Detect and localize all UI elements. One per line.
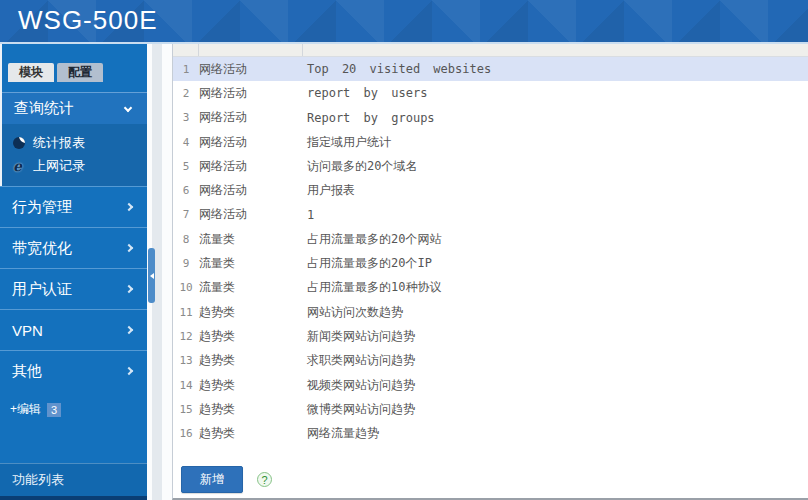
row-num: 8: [173, 233, 199, 246]
table-row[interactable]: 14 趋势类 视频类网站访问趋势: [173, 373, 808, 397]
row-category: 趋势类: [199, 328, 303, 345]
table-row[interactable]: 7 网络活动 1: [173, 203, 808, 227]
menu-item-label: 其他: [12, 362, 42, 381]
row-num: 2: [173, 87, 199, 100]
sidebar-menu-list: 行为管理 带宽优化 用户认证 VPN 其他: [0, 186, 147, 391]
row-category: 流量类: [199, 279, 303, 296]
row-category: 网络活动: [199, 85, 303, 102]
main-content: 1 网络活动 Top 20 visited websites 2 网络活动 re…: [172, 44, 808, 500]
sidebar-top-group: 模块 配置 查询统计 统计报表 e 上网记录: [0, 44, 147, 186]
row-num: 10: [173, 281, 199, 294]
pie-chart-icon: [13, 137, 25, 149]
edit-link[interactable]: +编辑 3: [10, 401, 147, 418]
row-description: 用户报表: [303, 182, 808, 199]
row-category: 流量类: [199, 255, 303, 272]
row-description: 微博类网站访问趋势: [303, 401, 808, 418]
table-row[interactable]: 12 趋势类 新闻类网站访问趋势: [173, 324, 808, 348]
add-button[interactable]: 新增: [181, 466, 243, 493]
ie-browser-icon: e: [13, 160, 25, 172]
row-description: 1: [303, 208, 808, 222]
tab-config[interactable]: 配置: [57, 63, 103, 82]
edit-count-badge: 3: [47, 403, 61, 417]
row-num: 12: [173, 330, 199, 343]
report-table: 1 网络活动 Top 20 visited websites 2 网络活动 re…: [173, 57, 808, 446]
row-num: 4: [173, 136, 199, 149]
row-category: 网络活动: [199, 206, 303, 223]
sidebar-tabs: 模块 配置: [8, 63, 147, 82]
table-row[interactable]: 6 网络活动 用户报表: [173, 178, 808, 202]
sidebar-bottom-strip: [0, 496, 147, 500]
menu-item-label: 带宽优化: [12, 239, 72, 258]
row-num: 15: [173, 403, 199, 416]
sidebar-menu-item[interactable]: VPN: [0, 309, 147, 350]
table-row[interactable]: 1 网络活动 Top 20 visited websites: [173, 57, 808, 81]
row-description: 网站访问次数趋势: [303, 304, 808, 321]
row-category: 趋势类: [199, 304, 303, 321]
chevron-right-icon: [125, 203, 133, 211]
chevron-right-icon: [125, 326, 133, 334]
sidebar-item-query-stats[interactable]: 查询统计: [2, 92, 147, 124]
table-row[interactable]: 16 趋势类 网络流量趋势: [173, 421, 808, 445]
row-description: 访问最多的20个域名: [303, 158, 808, 175]
table-row[interactable]: 2 网络活动 report by users: [173, 81, 808, 105]
chevron-right-icon: [125, 244, 133, 252]
table-row[interactable]: 10 流量类 占用流量最多的10种协议: [173, 276, 808, 300]
row-description: 视频类网站访问趋势: [303, 377, 808, 394]
menu-item-label: 用户认证: [12, 280, 72, 299]
row-description: 新闻类网站访问趋势: [303, 328, 808, 345]
help-icon[interactable]: ?: [257, 472, 272, 487]
chevron-right-icon: [125, 367, 133, 375]
chevron-down-icon: [124, 103, 132, 111]
row-description: Report by groups: [303, 111, 808, 125]
collapse-left-icon: [150, 273, 154, 279]
row-description: 求职类网站访问趋势: [303, 352, 808, 369]
row-num: 7: [173, 208, 199, 221]
row-num: 14: [173, 379, 199, 392]
sidebar-item-label: 查询统计: [14, 99, 74, 118]
menu-item-label: VPN: [12, 322, 43, 339]
sidebar: 模块 配置 查询统计 统计报表 e 上网记录 行为管理 带宽优化 用户认证: [0, 44, 147, 500]
sidebar-menu-item[interactable]: 其他: [0, 350, 147, 391]
row-description: 占用流量最多的20个IP: [303, 255, 808, 272]
sidebar-collapse-handle[interactable]: [148, 248, 155, 303]
table-row[interactable]: 11 趋势类 网站访问次数趋势: [173, 300, 808, 324]
row-description: 指定域用户统计: [303, 134, 808, 151]
query-stats-submenu: 统计报表 e 上网记录: [2, 124, 147, 186]
table-row[interactable]: 5 网络活动 访问最多的20个域名: [173, 154, 808, 178]
row-category: 流量类: [199, 231, 303, 248]
row-category: 网络活动: [199, 182, 303, 199]
row-num: 3: [173, 111, 199, 124]
row-category: 网络活动: [199, 158, 303, 175]
table-row[interactable]: 8 流量类 占用流量最多的20个网站: [173, 227, 808, 251]
sidebar-footer-function-list[interactable]: 功能列表: [0, 463, 147, 496]
sidebar-footer-label: 功能列表: [12, 471, 64, 489]
row-description: 占用流量最多的20个网站: [303, 231, 808, 248]
row-num: 9: [173, 257, 199, 270]
table-row[interactable]: 3 网络活动 Report by groups: [173, 106, 808, 130]
row-num: 11: [173, 306, 199, 319]
sidebar-menu-item[interactable]: 用户认证: [0, 268, 147, 309]
tab-modules[interactable]: 模块: [8, 63, 54, 82]
row-num: 13: [173, 354, 199, 367]
row-category: 趋势类: [199, 352, 303, 369]
sidebar-item-stat-reports[interactable]: 统计报表: [2, 131, 147, 154]
table-header-cell-description: [303, 44, 808, 56]
table-row[interactable]: 4 网络活动 指定域用户统计: [173, 130, 808, 154]
chevron-right-icon: [125, 285, 133, 293]
row-num: 1: [173, 63, 199, 76]
table-header-cell-category: [199, 44, 303, 56]
panel-gutter: [147, 44, 172, 500]
sidebar-item-web-records[interactable]: e 上网记录: [2, 154, 147, 177]
table-row[interactable]: 9 流量类 占用流量最多的20个IP: [173, 251, 808, 275]
table-row[interactable]: 15 趋势类 微博类网站访问趋势: [173, 397, 808, 421]
table-header-cell-num: [173, 44, 199, 56]
sidebar-menu-item[interactable]: 行为管理: [0, 186, 147, 227]
table-footer: 新增 ?: [181, 466, 808, 493]
sidebar-menu-item[interactable]: 带宽优化: [0, 227, 147, 268]
app-header: WSG-500E: [0, 0, 808, 44]
row-description: 网络流量趋势: [303, 425, 808, 442]
row-num: 5: [173, 160, 199, 173]
row-category: 网络活动: [199, 61, 303, 78]
table-row[interactable]: 13 趋势类 求职类网站访问趋势: [173, 349, 808, 373]
row-category: 网络活动: [199, 109, 303, 126]
